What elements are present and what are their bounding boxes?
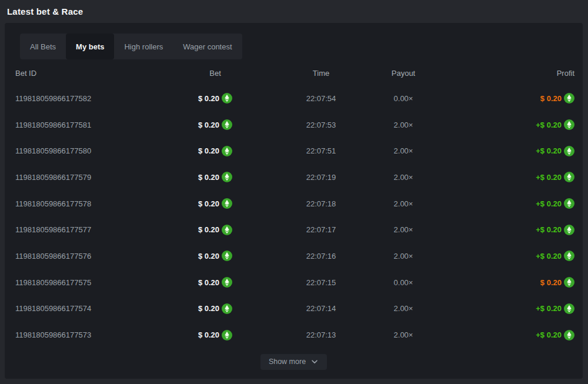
profit-amount: +$ 0.20 (536, 121, 562, 129)
time-cell: 22:07:14 (280, 304, 362, 313)
table-row[interactable]: 119818059866177573 $ 0.20 22:07:13 2.00×… (15, 322, 574, 348)
bet-cell: $ 0.20 (151, 93, 280, 103)
profit-cell: +$ 0.20 (445, 251, 574, 261)
bet-cell: $ 0.20 (151, 198, 280, 209)
profit-amount: $ 0.20 (540, 94, 562, 103)
payout-cell: 2.00× (362, 225, 445, 234)
show-more-label: Show more (269, 358, 306, 366)
green-coin-icon (564, 146, 574, 156)
bet-cell: $ 0.20 (151, 119, 280, 130)
tab-high-rollers[interactable]: High rollers (114, 34, 173, 59)
time-cell: 22:07:15 (280, 278, 362, 287)
table-body: 119818059866177582 $ 0.20 22:07:54 0.00×… (15, 85, 574, 348)
column-header-payout: Payout (392, 69, 415, 78)
table-header-row: Bet ID Bet Time Payout Profit (15, 65, 574, 81)
profit-cell: $ 0.20 (445, 277, 574, 288)
bet-amount: $ 0.20 (198, 278, 219, 287)
bet-amount: $ 0.20 (198, 304, 219, 313)
green-coin-icon (564, 251, 574, 261)
bet-amount: $ 0.20 (198, 94, 219, 103)
payout-cell: 2.00× (362, 146, 445, 155)
bet-id-cell: 119818059866177575 (15, 278, 151, 287)
profit-amount: +$ 0.20 (536, 173, 562, 182)
payout-cell: 2.00× (362, 330, 445, 339)
bet-cell: $ 0.20 (151, 146, 280, 156)
section-header: Latest bet & Race (0, 0, 588, 23)
profit-amount: +$ 0.20 (536, 252, 562, 261)
time-cell: 22:07:51 (280, 146, 362, 155)
profit-cell: +$ 0.20 (445, 303, 574, 314)
tab-all-bets[interactable]: All Bets (20, 34, 66, 59)
profit-amount: +$ 0.20 (536, 304, 562, 313)
table-row[interactable]: 119818059866177578 $ 0.20 22:07:18 2.00×… (15, 191, 574, 217)
payout-cell: 2.00× (362, 252, 445, 261)
bet-cell: $ 0.20 (151, 251, 280, 261)
table-row[interactable]: 119818059866177576 $ 0.20 22:07:16 2.00×… (15, 243, 574, 269)
green-coin-icon (222, 198, 232, 209)
bet-id-cell: 119818059866177580 (15, 146, 151, 155)
bet-id-cell: 119818059866177579 (15, 173, 151, 182)
payout-cell: 0.00× (362, 278, 445, 287)
bet-id-cell: 119818059866177573 (15, 330, 151, 339)
time-cell: 22:07:54 (280, 94, 362, 103)
tab-wager-contest[interactable]: Wager contest (173, 34, 242, 59)
green-coin-icon (222, 251, 232, 261)
green-coin-icon (222, 330, 232, 340)
table-row[interactable]: 119818059866177582 $ 0.20 22:07:54 0.00×… (15, 85, 574, 112)
time-cell: 22:07:17 (280, 225, 362, 234)
green-coin-icon (222, 303, 232, 314)
profit-amount: +$ 0.20 (536, 146, 562, 155)
bet-cell: $ 0.20 (151, 277, 280, 288)
green-coin-icon (564, 119, 574, 130)
table-row[interactable]: 119818059866177577 $ 0.20 22:07:17 2.00×… (15, 216, 574, 243)
green-coin-icon (222, 172, 232, 182)
profit-amount: $ 0.20 (540, 278, 562, 287)
page-title: Latest bet & Race (7, 6, 83, 16)
tab-my-bets[interactable]: My bets (66, 34, 114, 59)
bet-id-cell: 119818059866177582 (15, 94, 151, 103)
table-row[interactable]: 119818059866177581 $ 0.20 22:07:53 2.00×… (15, 112, 574, 138)
bets-tabbar: All Bets My bets High rollers Wager cont… (20, 34, 242, 59)
time-cell: 22:07:19 (280, 173, 362, 182)
profit-cell: +$ 0.20 (445, 172, 574, 182)
time-cell: 22:07:18 (280, 199, 362, 208)
bet-cell: $ 0.20 (151, 330, 280, 340)
table-row[interactable]: 119818059866177574 $ 0.20 22:07:14 2.00×… (15, 296, 574, 322)
green-coin-icon (564, 225, 574, 235)
bet-amount: $ 0.20 (198, 225, 219, 234)
profit-cell: +$ 0.20 (445, 198, 574, 209)
column-header-profit: Profit (557, 69, 574, 78)
bet-amount: $ 0.20 (198, 199, 219, 208)
payout-cell: 2.00× (362, 199, 445, 208)
green-coin-icon (222, 119, 232, 130)
table-row[interactable]: 119818059866177579 $ 0.20 22:07:19 2.00×… (15, 164, 574, 191)
bet-amount: $ 0.20 (198, 121, 219, 129)
green-coin-icon (564, 277, 574, 288)
time-cell: 22:07:13 (280, 330, 362, 339)
show-more-container: Show more (5, 354, 583, 370)
bet-id-cell: 119818059866177578 (15, 199, 151, 208)
bet-amount: $ 0.20 (198, 173, 219, 182)
green-coin-icon (564, 303, 574, 314)
time-cell: 22:07:16 (280, 252, 362, 261)
bet-cell: $ 0.20 (151, 172, 280, 182)
green-coin-icon (222, 277, 232, 288)
time-cell: 22:07:53 (280, 121, 362, 129)
profit-amount: +$ 0.20 (536, 330, 562, 339)
table-row[interactable]: 119818059866177580 $ 0.20 22:07:51 2.00×… (15, 138, 574, 164)
payout-cell: 0.00× (362, 94, 445, 103)
profit-amount: +$ 0.20 (536, 225, 562, 234)
table-row[interactable]: 119818059866177575 $ 0.20 22:07:15 0.00×… (15, 269, 574, 296)
profit-cell: +$ 0.20 (445, 330, 574, 340)
column-header-bet: Bet (209, 69, 221, 78)
bet-amount: $ 0.20 (198, 252, 219, 261)
bet-cell: $ 0.20 (151, 303, 280, 314)
payout-cell: 2.00× (362, 173, 445, 182)
profit-amount: +$ 0.20 (536, 199, 562, 208)
green-coin-icon (222, 225, 232, 235)
green-coin-icon (564, 172, 574, 182)
show-more-button[interactable]: Show more (260, 354, 327, 370)
bet-amount: $ 0.20 (198, 330, 219, 339)
payout-cell: 2.00× (362, 121, 445, 129)
profit-cell: +$ 0.20 (445, 225, 574, 235)
